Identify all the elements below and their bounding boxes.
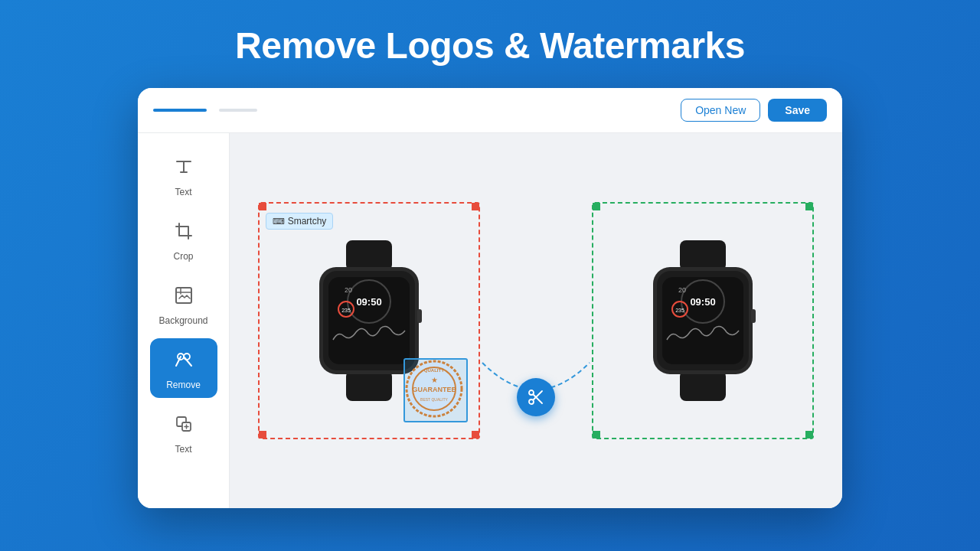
sidebar-item-label-crop: Crop [173,251,193,262]
corner-handle-br [472,431,479,439]
crop-icon [173,220,194,246]
remove-icon [173,349,194,375]
arrow-area [490,202,582,439]
sidebar-item-label-text: Text [175,187,191,197]
corner-handle-bl [259,431,266,439]
sidebar-item-label-background: Background [158,315,207,326]
stamp-selection-box[interactable] [403,358,468,422]
corner-handle-tr [472,203,479,210]
selection-border-green [592,202,814,439]
tab-active[interactable] [153,109,207,112]
text2-icon [173,413,194,439]
canvas-area: ⌨ Smartchy [230,133,842,508]
open-new-button[interactable]: Open New [681,99,760,122]
scissors-button[interactable] [517,378,555,416]
corner-handle-green-br [805,431,813,439]
title-bar: Open New Save [138,88,842,133]
page-title: Remove Logos & Watermarks [235,24,745,67]
sidebar-item-text2[interactable]: Text [150,403,217,462]
right-image-panel: 09:50 20 235 [592,202,814,439]
sidebar-item-text[interactable]: Text [150,145,217,205]
svg-rect-0 [176,288,191,303]
background-icon [173,285,194,311]
sidebar-item-label-text2: Text [175,444,191,455]
corner-handle-green-tl [593,203,600,210]
save-button[interactable]: Save [768,99,827,122]
corner-handle-tl [259,203,266,210]
corner-handle-green-tr [805,203,813,210]
left-image-panel: ⌨ Smartchy [258,202,480,439]
smartchy-label: Smartchy [288,216,327,227]
sidebar: Text Crop [138,133,230,508]
app-window: Open New Save Text [138,88,842,508]
tab-inactive[interactable] [219,109,257,112]
sidebar-item-crop[interactable]: Crop [150,210,217,269]
app-body: Text Crop [138,133,842,508]
sidebar-item-label-remove: Remove [166,380,201,390]
text-icon [173,156,194,182]
sidebar-item-remove[interactable]: Remove [150,338,217,398]
scissors-icon-center [527,388,545,406]
smartchy-icon: ⌨ [273,217,285,227]
smartchy-watermark: ⌨ Smartchy [266,213,334,230]
editor-container: ⌨ Smartchy [253,156,819,485]
toolbar-actions: Open New Save [681,99,827,122]
sidebar-item-background[interactable]: Background [150,274,217,334]
tab-bar [153,109,257,112]
corner-handle-green-bl [593,431,600,439]
